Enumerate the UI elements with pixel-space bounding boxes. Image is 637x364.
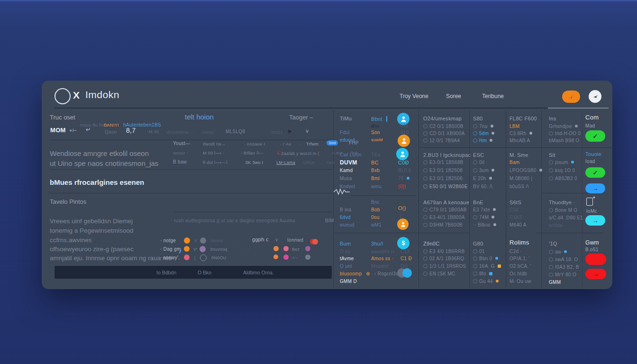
group4-red-action-button-1[interactable] <box>585 254 606 265</box>
cell-text: C1K3 <box>510 215 522 220</box>
cell-text: ESC <box>473 152 484 158</box>
cell-text: BC <box>371 160 379 165</box>
cell-text: TEu <box>371 152 380 158</box>
cell-text: Z9n0C <box>423 241 440 246</box>
cell-text: DUVM <box>340 160 357 165</box>
group2-blue-action-button[interactable]: → <box>585 183 605 193</box>
cell-text: suwM <box>371 137 383 143</box>
cell-text: Bnc <box>371 200 380 205</box>
cell-text: ⊗ <box>366 271 370 277</box>
cell-text: C1 Ð <box>400 256 412 262</box>
group1-green-action-button[interactable]: ✓ <box>585 130 605 142</box>
cell-text: Bone M O <box>549 208 577 213</box>
cell-text: 3hu/l <box>371 241 383 246</box>
cell-text: C0Ð <box>398 160 409 165</box>
cell-text: TiMu <box>340 116 352 121</box>
cell-text: ·· Blbos <box>473 222 496 228</box>
cell-text: 3um <box>473 168 494 173</box>
group2-green-action-button[interactable]: ✓ <box>585 167 605 178</box>
cell-text: S6tS <box>510 200 521 205</box>
cell-text: 78 <box>398 176 410 182</box>
cell-text: Bob <box>371 207 380 213</box>
cell-text: 0ou <box>371 215 380 220</box>
cell-text: 0il <box>473 160 484 165</box>
cell-text: C3.8Rh <box>510 131 532 136</box>
cell-text: Thuodtye · <box>549 200 575 205</box>
cell-text: OP/A.1. ' <box>510 256 529 262</box>
cell-text: Ind-H-DO 0 <box>549 131 581 136</box>
cell-text: E3 7xte <box>473 207 496 213</box>
cell-text: Bum <box>340 241 351 246</box>
cell-text: B.o51 <box>585 247 599 253</box>
cursor-icon <box>386 116 387 122</box>
cell-text: 74M <box>473 215 494 220</box>
cell-text: bIusoomp <box>340 271 362 277</box>
cell-text: Com <box>585 115 599 120</box>
cell-text: E 20h <box>473 176 492 182</box>
cell-text: 1/3 L/1 1R6ROS <box>423 264 466 269</box>
cell-text: Bxb <box>371 168 380 173</box>
cell-text: wwnkbhs ts · <box>371 249 398 255</box>
cell-text: E3-0/1 1B568B <box>423 160 464 165</box>
cell-text: E3-4I/1 1B800A <box>423 215 465 220</box>
cell-text: Son <box>371 130 380 136</box>
main-window: X Imdokn Troy Veone Soree Teribune Truc … <box>42 81 612 289</box>
cell-text: EN (SK MC. <box>423 271 456 277</box>
cell-text: Kamd <box>340 168 353 173</box>
cell-text: O2 bCA. ' <box>510 264 531 269</box>
cell-text: wmu <box>371 184 382 190</box>
cell-text: Rolims <box>510 240 529 246</box>
cell-text: 12 0/1 7B9A4 <box>423 138 460 144</box>
cell-text: D3HM 7B600B <box>423 222 463 228</box>
cell-text: wM1 <box>371 222 382 228</box>
cell-text: Amos ss · <box>371 256 393 262</box>
cell-text: E50 0/1 W2B60E <box>423 184 468 190</box>
cell-text: ksq 1O 0 <box>549 168 575 173</box>
cell-text: MhcAB A <box>510 138 530 144</box>
cell-text: O() <box>398 205 406 211</box>
cell-text: O ay <box>340 249 350 255</box>
cell-text: AB9JB3 0 <box>549 176 577 182</box>
cell-text: IoMc <box>586 209 597 214</box>
cell-text: tAvme <box>340 256 354 262</box>
add-note-icon[interactable]: + <box>586 198 593 206</box>
cell-text: b0uSS /\ <box>510 184 529 190</box>
cell-text: Gwm <box>585 240 599 246</box>
cell-text: Bbnt <box>371 116 382 122</box>
cell-text: BnE <box>473 200 483 205</box>
cell-text: Grhsndjoe <box>549 124 578 129</box>
cell-text: M. Sme <box>510 152 528 158</box>
cell-text: E3 0/1 1B2506 <box>423 176 463 182</box>
cell-text: 16A. G <box>473 264 501 269</box>
cell-text: Bml <box>371 176 380 182</box>
cell-text: Øse <box>371 123 379 129</box>
person-icon <box>396 148 409 160</box>
cell-text: FL8C F600 <box>510 116 537 121</box>
cell-text: M- Ou uw <box>510 279 531 284</box>
cell-text: I0A3 B2. B <box>549 264 579 270</box>
cell-text: 6dvd <box>340 215 351 220</box>
cell-text: Gu 44 <box>473 279 499 284</box>
cell-text: B ina <box>340 207 351 213</box>
cell-text: Touoie <box>585 151 601 157</box>
cell-text: eduuul <box>340 137 355 143</box>
cell-text: E3 4/0 1B6RRB <box>423 249 465 255</box>
cell-text: Msuamt <box>371 264 389 269</box>
double-icon <box>397 268 412 278</box>
person-icon <box>397 218 409 230</box>
cell-text: 01 <box>473 249 485 255</box>
cell-text: Ins <box>549 116 556 121</box>
cell-text: 7nu <box>473 124 493 129</box>
cell-text: 8fo <box>473 271 492 277</box>
cell-text: bMash B98 O <box>549 138 579 144</box>
cell-text: C79 0/1 1B00AB <box>423 207 467 213</box>
cell-text: Bam <box>510 160 519 165</box>
group3-cyan-action-button[interactable]: → <box>585 215 605 226</box>
cell-text: swA 18. O <box>549 257 578 263</box>
cell-text: Oc hIdb <box>510 271 527 277</box>
cell-text: G80 <box>473 241 483 246</box>
group4-red-action-button-2[interactable]: → <box>585 269 606 279</box>
cell-text: BL0.8 <box>398 168 411 173</box>
cell-text: C3d <box>510 207 519 213</box>
cell-text: wrdde <box>549 223 563 228</box>
